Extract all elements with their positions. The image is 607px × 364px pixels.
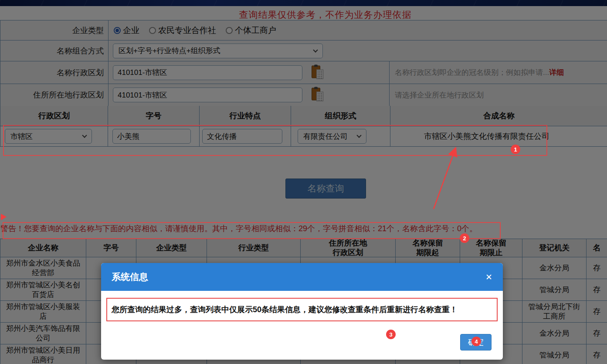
- dialog-message: 您所查询的结果过多，查询列表中仅展示50条结果信息，建议您修改查重条件后重新进行…: [106, 298, 498, 321]
- dialog-title: 系统信息: [112, 271, 148, 283]
- close-icon[interactable]: ✕: [485, 273, 492, 281]
- dialog-header: 系统信息 ✕: [101, 263, 503, 291]
- system-info-dialog: 系统信息 ✕ 您所查询的结果过多，查询列表中仅展示50条结果信息，建议您修改查重…: [101, 263, 503, 360]
- confirm-button[interactable]: 确定: [460, 334, 492, 351]
